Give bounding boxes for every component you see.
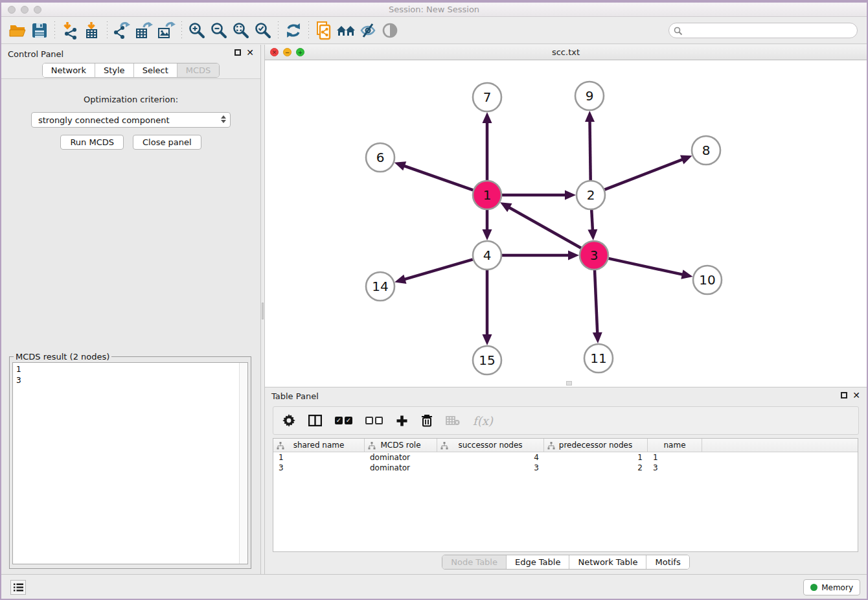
- run-mcds-button[interactable]: Run MCDS: [60, 135, 124, 150]
- table-panel-tabs: Node TableEdge TableNetwork TableMotifs: [442, 555, 689, 570]
- tab-select[interactable]: Select: [133, 63, 177, 77]
- copy-network-icon[interactable]: [313, 20, 335, 41]
- zoom-selected-icon[interactable]: [252, 20, 274, 41]
- table-cell[interactable]: 3: [437, 463, 544, 472]
- graph-arrowhead: [483, 334, 492, 345]
- mcds-result-title: MCDS result (2 nodes): [14, 352, 111, 362]
- graph-arrowhead: [565, 190, 576, 200]
- graph-node-label: 2: [587, 187, 595, 203]
- column-header-name[interactable]: name: [648, 439, 702, 452]
- column-header-successor-nodes[interactable]: successor nodes: [437, 439, 544, 452]
- table-cell[interactable]: 1: [273, 453, 365, 462]
- result-scrollbar[interactable]: [239, 363, 247, 564]
- graph-arrowhead: [680, 155, 692, 164]
- toolbar-separator: [308, 21, 309, 40]
- tab-node-table[interactable]: Node Table: [442, 555, 506, 569]
- splitter-grip[interactable]: [262, 303, 264, 319]
- table-cell[interactable]: 2: [544, 463, 648, 472]
- graph-edge-2-3[interactable]: [591, 210, 593, 231]
- graph-edge-3-1[interactable]: [508, 207, 581, 248]
- export-image-icon[interactable]: [155, 20, 177, 41]
- add-column-icon[interactable]: [396, 415, 408, 427]
- float-table-panel-icon[interactable]: [841, 392, 847, 398]
- table-cell[interactable]: 3: [648, 463, 702, 472]
- table-cell[interactable]: dominator: [365, 463, 437, 472]
- zoom-fit-icon[interactable]: [230, 20, 252, 41]
- export-network-icon[interactable]: [111, 20, 133, 41]
- table-cell[interactable]: 1: [648, 453, 702, 462]
- optimization-criterion-label: Optimization criterion:: [1, 95, 260, 104]
- column-header-predecessor-nodes[interactable]: predecessor nodes: [544, 439, 648, 452]
- canvas-resize-handle[interactable]: [566, 381, 572, 386]
- memory-status-icon: [810, 584, 817, 591]
- network-view-title: scc.txt: [265, 47, 867, 57]
- open-session-icon[interactable]: [6, 20, 29, 41]
- table-toolbar: ✓✓ f(x): [273, 406, 859, 435]
- table-row[interactable]: 1dominator411: [273, 452, 858, 463]
- graph-edge-2-8[interactable]: [604, 159, 683, 189]
- graph-edge-4-14[interactable]: [404, 259, 473, 279]
- close-panel-icon[interactable]: ✕: [246, 49, 254, 56]
- toolbar-separator: [181, 21, 182, 40]
- home-layout-icon[interactable]: [335, 20, 357, 41]
- table-row[interactable]: 3dominator323: [273, 463, 858, 473]
- tab-style[interactable]: Style: [95, 63, 133, 77]
- refresh-icon[interactable]: [282, 20, 304, 41]
- delete-column-icon[interactable]: [421, 414, 433, 427]
- graph-arrowhead: [394, 275, 406, 284]
- column-header-MCDS-role[interactable]: MCDS role: [365, 439, 437, 452]
- graph-edge-3-10[interactable]: [608, 259, 683, 275]
- close-panel-button[interactable]: Close panel: [133, 135, 201, 150]
- search-input[interactable]: [668, 23, 858, 38]
- graph-arrowhead: [394, 161, 407, 170]
- tab-network-table[interactable]: Network Table: [569, 555, 646, 569]
- mcds-result-text[interactable]: 1 3: [12, 362, 248, 564]
- save-session-icon[interactable]: [29, 20, 51, 41]
- graph-arrowhead: [681, 270, 692, 279]
- table-cell[interactable]: 1: [544, 453, 648, 462]
- app-window: Session: New Session: [0, 0, 868, 600]
- vertical-splitter[interactable]: [260, 45, 265, 574]
- graph-node-label: 4: [483, 248, 492, 263]
- zoom-out-icon[interactable]: [208, 20, 230, 41]
- graph-edge-2-9[interactable]: [589, 120, 590, 180]
- tab-motifs[interactable]: Motifs: [646, 555, 689, 569]
- column-header-shared-name[interactable]: shared name: [273, 439, 365, 452]
- import-table-icon[interactable]: [81, 20, 103, 41]
- table-panel-title: Table Panel: [271, 391, 319, 401]
- optimization-criterion-select[interactable]: strongly connected component: [31, 112, 231, 128]
- task-history-button[interactable]: [10, 580, 26, 595]
- network-canvas[interactable]: 1234678910111415: [265, 60, 867, 386]
- graph-node-label: 10: [699, 272, 715, 288]
- gear-icon[interactable]: [282, 414, 295, 427]
- table-cell[interactable]: 3: [273, 463, 365, 472]
- graph-arrowhead: [585, 111, 595, 122]
- graph-arrowhead: [568, 251, 579, 260]
- memory-button[interactable]: Memory: [803, 579, 860, 595]
- table-panel: Table Panel ✕ ✓✓: [265, 387, 867, 574]
- export-table-icon[interactable]: [133, 20, 155, 41]
- zoom-in-icon[interactable]: [186, 20, 208, 41]
- close-table-panel-icon[interactable]: ✕: [852, 392, 860, 398]
- deselect-all-checkboxes-icon[interactable]: [365, 417, 383, 424]
- table-cell[interactable]: dominator: [365, 453, 437, 462]
- tab-network[interactable]: Network: [43, 63, 95, 77]
- graph-edge-1-6[interactable]: [403, 165, 473, 190]
- graph-node-label: 11: [590, 351, 606, 366]
- float-panel-icon[interactable]: [234, 49, 241, 56]
- graph-arrowhead: [483, 229, 492, 240]
- window-titlebar: Session: New Session: [1, 3, 867, 17]
- network-view-titlebar: ✕ − + scc.txt: [265, 45, 867, 60]
- hide-selected-icon[interactable]: [357, 20, 379, 41]
- split-column-icon[interactable]: [308, 415, 322, 426]
- show-all-icon[interactable]: [379, 20, 401, 41]
- table-cell[interactable]: 4: [437, 453, 544, 462]
- graph-edge-3-11[interactable]: [595, 270, 597, 334]
- tab-edge-table[interactable]: Edge Table: [506, 555, 569, 569]
- delete-table-icon-disabled: [446, 415, 460, 426]
- tab-mcds[interactable]: MCDS: [177, 63, 220, 77]
- import-network-icon[interactable]: [59, 20, 81, 41]
- select-all-checkboxes-icon[interactable]: ✓✓: [335, 417, 352, 424]
- network-graph[interactable]: 1234678910111415: [265, 60, 868, 386]
- memory-label: Memory: [821, 583, 853, 592]
